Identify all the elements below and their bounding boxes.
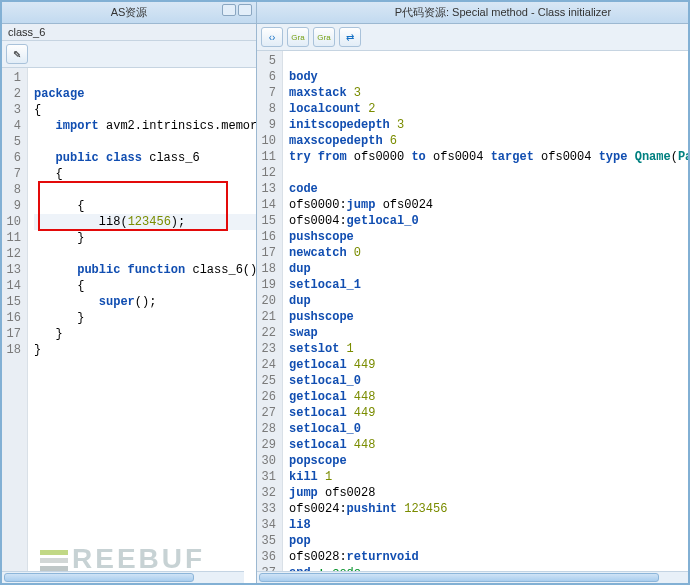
edit-button[interactable]: ✎ bbox=[6, 44, 28, 64]
toolbar-btn-1[interactable]: ‹› bbox=[261, 27, 283, 47]
code-line: swap bbox=[289, 326, 318, 340]
code-line: setlocal_0 bbox=[289, 374, 361, 388]
code-line: public class class_6 bbox=[34, 151, 200, 165]
code-line: { bbox=[34, 279, 84, 293]
code-line: dup bbox=[289, 294, 311, 308]
code-line: import avm2.intrinsics.memory.li8; bbox=[34, 119, 256, 133]
code-line: ofs0000:jump ofs0024 bbox=[289, 198, 433, 212]
right-panel: P代码资源: Special method - Class initialize… bbox=[257, 2, 690, 583]
right-gutter: 5 6 7 8 9 10 11 12 13 14 15 16 17 18 19 … bbox=[257, 51, 283, 583]
toolbar-btn-2[interactable]: Gra bbox=[287, 27, 309, 47]
code-line: initscopedepth 3 bbox=[289, 118, 404, 132]
left-toolbar: ✎ bbox=[2, 41, 256, 68]
code-line: ofs0028:returnvoid bbox=[289, 550, 419, 564]
code-line: setlocal_0 bbox=[289, 422, 361, 436]
scroll-thumb[interactable] bbox=[259, 573, 659, 582]
code-line: } bbox=[34, 311, 84, 325]
code-line: maxscopedepth 6 bbox=[289, 134, 397, 148]
code-line: getlocal 449 bbox=[289, 358, 375, 372]
code-line: localcount 2 bbox=[289, 102, 375, 116]
watermark: REEBUF bbox=[40, 543, 205, 575]
code-line: ofs0004:getlocal_0 bbox=[289, 214, 419, 228]
left-panel-title-text: AS资源 bbox=[111, 6, 148, 18]
code-line: popscope bbox=[289, 454, 347, 468]
right-code[interactable]: body maxstack 3 localcount 2 initscopede… bbox=[283, 51, 690, 583]
code-line: } bbox=[34, 231, 84, 245]
split-container: AS资源 class_6 ✎ 1 2 3 4 5 6 7 8 9 10 11 1… bbox=[2, 2, 688, 583]
code-line: try from ofs0000 to ofs0004 target ofs00… bbox=[289, 150, 690, 164]
left-panel: AS资源 class_6 ✎ 1 2 3 4 5 6 7 8 9 10 11 1… bbox=[2, 2, 257, 583]
code-line: { bbox=[34, 199, 84, 213]
code-line: body bbox=[289, 70, 318, 84]
code-line: jump ofs0028 bbox=[289, 486, 375, 500]
code-line: { bbox=[34, 103, 41, 117]
left-code-area[interactable]: 1 2 3 4 5 6 7 8 9 10 11 12 13 14 15 16 1… bbox=[2, 68, 256, 583]
left-panel-title: AS资源 bbox=[2, 2, 256, 24]
minimize-icon[interactable] bbox=[222, 4, 236, 16]
code-line: getlocal 448 bbox=[289, 390, 375, 404]
code-line: public function class_6() bbox=[34, 263, 256, 277]
code-line: { bbox=[34, 167, 63, 181]
code-line: dup bbox=[289, 262, 311, 276]
code-line: } bbox=[34, 327, 63, 341]
code-line: super(); bbox=[34, 295, 156, 309]
code-line: setlocal_1 bbox=[289, 278, 361, 292]
swap-icon: ⇄ bbox=[346, 32, 354, 43]
code-line: newcatch 0 bbox=[289, 246, 361, 260]
code-line: li8 bbox=[289, 518, 311, 532]
code-line: setslot 1 bbox=[289, 342, 354, 356]
left-gutter: 1 2 3 4 5 6 7 8 9 10 11 12 13 14 15 16 1… bbox=[2, 68, 28, 583]
code-line: maxstack 3 bbox=[289, 86, 361, 100]
right-horizontal-scrollbar[interactable] bbox=[257, 571, 690, 583]
code-icon: ‹› bbox=[269, 32, 276, 43]
left-code[interactable]: package { import avm2.intrinsics.memory.… bbox=[28, 68, 256, 583]
code-line: pushscope bbox=[289, 230, 354, 244]
graph-icon: Gra bbox=[291, 33, 304, 42]
right-panel-title: P代码资源: Special method - Class initialize… bbox=[257, 2, 690, 24]
left-tab-bar: class_6 bbox=[2, 24, 256, 41]
toolbar-btn-3[interactable]: Gra bbox=[313, 27, 335, 47]
watermark-bars-icon bbox=[40, 550, 68, 571]
code-line: kill 1 bbox=[289, 470, 332, 484]
code-line: setlocal 448 bbox=[289, 438, 375, 452]
maximize-icon[interactable] bbox=[238, 4, 252, 16]
pencil-icon: ✎ bbox=[13, 49, 21, 60]
window-controls bbox=[222, 4, 252, 16]
tab-class6[interactable]: class_6 bbox=[8, 26, 45, 38]
code-line: package bbox=[34, 87, 84, 101]
code-line: pushscope bbox=[289, 310, 354, 324]
code-line-highlighted: li8(123456); bbox=[34, 214, 256, 230]
code-line: pop bbox=[289, 534, 311, 548]
toolbar-btn-4[interactable]: ⇄ bbox=[339, 27, 361, 47]
code-line: code bbox=[289, 182, 318, 196]
right-panel-title-text: P代码资源: Special method - Class initialize… bbox=[395, 6, 611, 18]
code-line: ofs0024:pushint 123456 bbox=[289, 502, 447, 516]
code-line: setlocal 449 bbox=[289, 406, 375, 420]
code-line: } bbox=[34, 343, 41, 357]
graph-icon: Gra bbox=[317, 33, 330, 42]
right-toolbar: ‹› Gra Gra ⇄ bbox=[257, 24, 690, 51]
right-code-area[interactable]: 5 6 7 8 9 10 11 12 13 14 15 16 17 18 19 … bbox=[257, 51, 690, 583]
